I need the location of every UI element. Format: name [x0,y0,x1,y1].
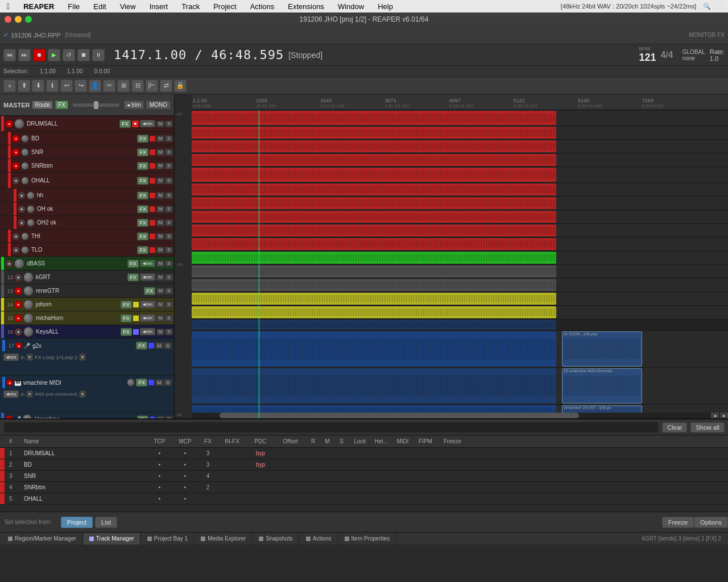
tab-region-marker-manager[interactable]: Region/Marker Manager [2,533,82,544]
track-fx-button[interactable]: FX [121,301,132,309]
midi-select[interactable]: ▾ [79,390,86,398]
save-icon[interactable]: ⬆ [18,80,30,92]
record-arm-button[interactable]: ● [18,192,26,199]
track-fx-button[interactable]: FX [136,342,147,350]
track-row[interactable]: ● TLO FX M S [0,243,174,257]
window-menu[interactable]: Window [336,2,366,11]
record-arm-button[interactable]: ● [5,260,13,268]
mute-button[interactable]: M [156,120,164,127]
scroll-left-button[interactable]: ◂ [711,413,719,418]
solo-button[interactable]: S [165,315,173,322]
solo-button[interactable]: S [165,192,173,199]
track-fx-button[interactable]: FX [137,162,148,170]
record-arm-button[interactable]: ● [5,415,13,419]
tab-media-explorer[interactable]: Media Explorer [195,533,252,544]
audio-clip[interactable] [192,225,556,236]
volume-knob[interactable] [21,135,29,143]
track-fx-button[interactable]: FX [137,205,148,213]
go-end-button[interactable]: ⏭ [18,49,31,61]
track-fx-button[interactable]: FX [136,379,147,386]
project-menu[interactable]: Project [211,2,238,11]
track-row[interactable]: 15 ● michaHorn FX ◂trim M S [0,311,174,325]
col-header-lock[interactable]: Lock [349,438,371,444]
mute-button[interactable]: M [156,149,164,156]
track-trim-button[interactable]: ◂trim [140,328,155,335]
volume-knob[interactable] [14,259,24,269]
bpm-value[interactable]: 121 [639,52,656,64]
col-header-hei[interactable]: Hei... [371,438,391,444]
track-trim-button[interactable]: ◂trim [140,301,155,308]
col-header-pdc[interactable]: PDC [246,438,275,444]
track-trim-button[interactable]: ◂trim [140,260,155,267]
track-trim-button[interactable]: ◂trim [140,273,155,281]
audio-clip[interactable] [192,238,556,250]
tab-track-manager[interactable]: Track Manager [84,533,140,544]
solo-button[interactable]: S [164,342,172,349]
record-arm-button[interactable]: ● [14,328,22,336]
freeze-button[interactable]: Freeze [662,517,694,528]
mute-button[interactable]: M [156,192,164,199]
track-row[interactable]: ● 🎤 Vmachine FX M S [0,413,174,418]
loop-select[interactable]: ▾ [79,354,86,361]
input-select[interactable]: ▾ [26,390,33,398]
track-fx-button[interactable]: FX [121,328,132,336]
master-fx-button[interactable]: FX [55,101,68,109]
play-button[interactable]: ▶ [48,49,60,61]
audio-clip[interactable] [192,265,556,277]
solo-button[interactable]: S [165,301,173,308]
solo-button[interactable]: S [165,177,173,184]
record-arm-button[interactable]: ● [15,342,22,349]
mute-button[interactable]: M [156,233,164,240]
volume-knob[interactable] [23,272,34,282]
audio-clip[interactable] [192,252,556,264]
audio-clip[interactable] [192,279,556,291]
volume-knob[interactable] [21,148,29,156]
col-header-r[interactable]: R [306,438,320,444]
tab-actions[interactable]: Actions [300,533,338,544]
col-header-mcp[interactable]: MCP [172,438,198,444]
solo-button[interactable]: S [165,260,173,267]
mute-button[interactable]: M [156,219,164,226]
track-row[interactable]: ● hh FX M S [0,189,174,202]
master-fader[interactable] [73,103,120,107]
view-menu[interactable]: View [118,2,138,11]
col-header-freeze[interactable]: Freeze [437,438,468,444]
stop-button[interactable]: ⏹ [77,49,90,61]
col-header-tcp[interactable]: TCP [147,438,172,444]
track-fx-button[interactable]: FX [137,219,148,227]
show-all-button[interactable]: Show all [690,422,725,433]
volume-knob[interactable] [127,379,135,386]
mute-button[interactable]: M [155,379,163,386]
table-row[interactable]: 3 SNR • • 4 [0,471,728,482]
record-arm-button[interactable]: ● [12,246,20,254]
mute-button[interactable]: M [156,260,164,267]
volume-knob[interactable] [23,327,34,337]
apple-menu[interactable]:  [5,2,12,11]
solo-button[interactable]: S [165,206,173,213]
redo-icon[interactable]: ↪ [75,80,87,92]
solo-button[interactable]: S [165,288,173,294]
track-fx-button[interactable]: FX [121,314,132,322]
track-row[interactable]: 14 ● johorn FX ◂trim M S [0,298,174,311]
audio-clip[interactable] [192,211,556,223]
volume-knob[interactable] [27,219,35,227]
track-filter-input[interactable] [3,422,659,433]
track-fx-button[interactable]: FX [137,415,148,419]
col-header-fx[interactable]: FX [198,438,218,444]
track-row[interactable]: ● THI FX M S [0,230,174,243]
volume-knob[interactable] [21,246,29,254]
actions-menu[interactable]: Actions [248,2,277,11]
solo-button[interactable]: S [165,163,173,169]
audio-clip[interactable] [192,184,556,196]
record-arm-button[interactable]: ● [12,232,20,240]
track-fx-button[interactable]: FX [127,273,139,281]
volume-knob[interactable] [21,232,29,240]
midi-clip-2[interactable]: 18-vmachine MIDI-Recorde... [562,368,642,404]
audio-clip[interactable] [192,111,556,125]
master-mono-button[interactable]: MONO [146,101,171,109]
solo-button[interactable]: S [165,416,173,419]
track-trim-button[interactable]: ◂trim [140,314,155,322]
track-row[interactable]: 12 ● kGRT FX ◂trim M S [0,271,174,284]
group-icon[interactable]: ⊟ [131,80,144,92]
record-arm-button[interactable]: ● [14,301,22,309]
